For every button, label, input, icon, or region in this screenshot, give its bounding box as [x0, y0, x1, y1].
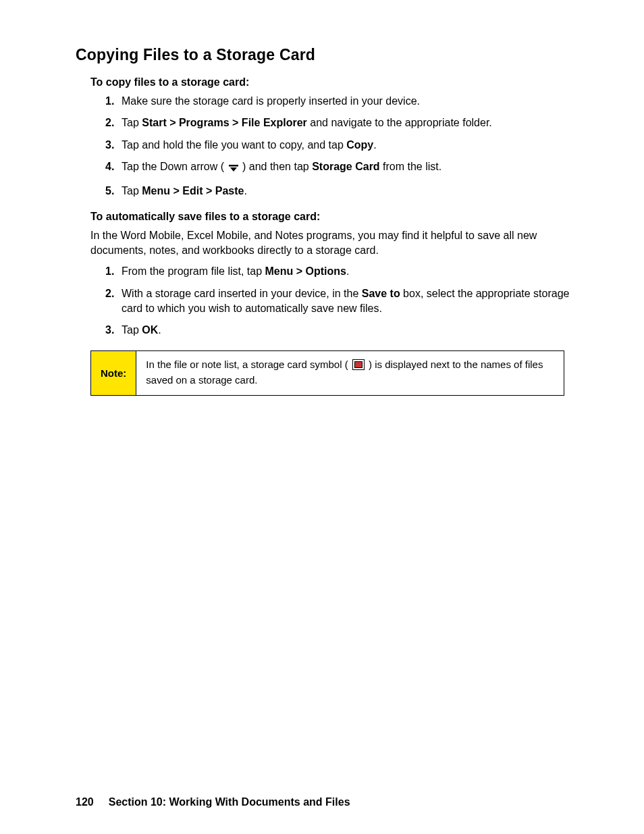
- intro-paragraph: In the Word Mobile, Excel Mobile, and No…: [90, 228, 583, 257]
- step-bold: Menu > Options: [265, 265, 346, 277]
- step-text: ) and then tap: [240, 161, 313, 172]
- page-footer: 120Section 10: Working With Documents an…: [76, 796, 350, 808]
- step-number: 4.: [105, 159, 114, 174]
- step-bold: Start > Programs > File Explorer: [142, 117, 307, 128]
- step-item: 2. Tap Start > Programs > File Explorer …: [105, 115, 583, 130]
- step-number: 2.: [105, 286, 114, 301]
- step-item: 3. Tap and hold the file you want to cop…: [105, 138, 583, 153]
- svg-marker-1: [230, 167, 237, 172]
- step-bold: OK: [142, 324, 158, 336]
- down-arrow-icon: [229, 161, 238, 176]
- page-number: 120: [76, 796, 94, 808]
- step-number: 5.: [105, 184, 114, 199]
- step-number: 1.: [105, 264, 114, 279]
- step-bold: Menu > Edit > Paste: [142, 185, 244, 197]
- note-content: In the file or note list, a storage card…: [136, 351, 564, 396]
- step-number: 1.: [105, 94, 114, 109]
- note-callout: Note: In the file or note list, a storag…: [90, 350, 564, 396]
- step-bold: Save to: [362, 288, 400, 299]
- step-text: Tap: [122, 324, 142, 336]
- step-item: 1. Make sure the storage card is properl…: [105, 94, 583, 109]
- step-text: .: [373, 139, 376, 151]
- step-bold: Copy: [346, 139, 373, 151]
- step-text: With a storage card inserted in your dev…: [122, 288, 362, 299]
- step-item: 2. With a storage card inserted in your …: [105, 286, 583, 317]
- step-number: 3.: [105, 323, 114, 338]
- step-number: 2.: [105, 115, 114, 130]
- step-text: From the program file list, tap: [122, 265, 265, 277]
- svg-rect-3: [354, 361, 362, 367]
- note-text: In the file or note list, a storage card…: [146, 359, 350, 370]
- step-bold: Storage Card: [312, 161, 379, 172]
- section-copy-files: To copy files to a storage card: 1. Make…: [90, 76, 583, 396]
- steps-list-copy: 1. Make sure the storage card is properl…: [90, 94, 583, 199]
- storage-card-icon: [352, 359, 365, 373]
- step-text: Tap: [122, 185, 142, 197]
- step-number: 3.: [105, 138, 114, 153]
- step-text: .: [346, 265, 349, 277]
- svg-rect-0: [229, 165, 238, 167]
- subheading-copy: To copy files to a storage card:: [90, 76, 583, 88]
- step-item: 3. Tap OK.: [105, 323, 583, 338]
- note-label: Note:: [91, 351, 136, 396]
- step-text: Make sure the storage card is properly i…: [122, 95, 420, 107]
- subheading-autosave: To automatically save files to a storage…: [90, 211, 583, 223]
- step-text: from the list.: [380, 161, 442, 172]
- step-item: 5. Tap Menu > Edit > Paste.: [105, 184, 583, 199]
- document-page: Copying Files to a Storage Card To copy …: [0, 0, 644, 834]
- step-text: and navigate to the appropriate folder.: [307, 117, 492, 128]
- page-title: Copying Files to a Storage Card: [76, 46, 583, 64]
- step-text: .: [158, 324, 161, 336]
- step-item: 4. Tap the Down arrow ( ) and then tap S…: [105, 159, 583, 176]
- step-text: Tap and hold the file you want to copy, …: [122, 139, 346, 151]
- step-text: .: [244, 185, 246, 197]
- footer-section-title: Section 10: Working With Documents and F…: [109, 796, 350, 808]
- step-text: Tap the Down arrow (: [122, 161, 227, 172]
- step-item: 1. From the program file list, tap Menu …: [105, 264, 583, 279]
- steps-list-autosave: 1. From the program file list, tap Menu …: [90, 264, 583, 338]
- step-text: Tap: [122, 117, 142, 128]
